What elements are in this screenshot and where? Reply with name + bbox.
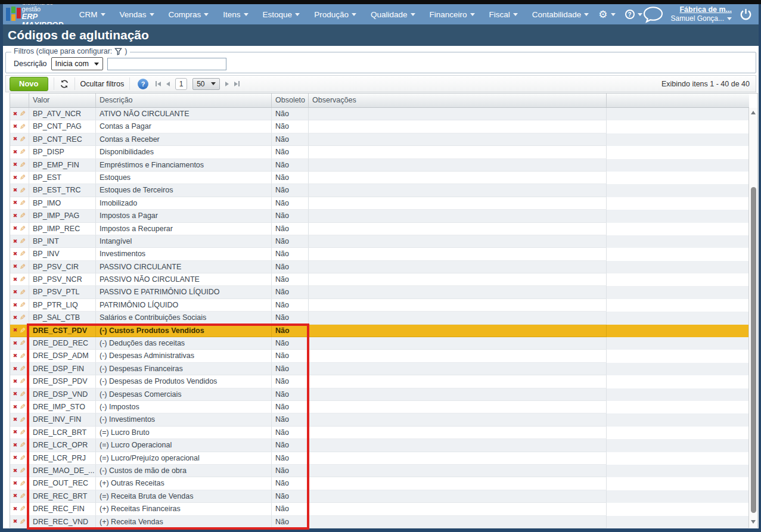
edit-row-icon[interactable]: ✎ bbox=[20, 225, 26, 232]
nav-item-contabilidade[interactable]: Contabilidade bbox=[532, 10, 589, 19]
table-row[interactable]: ✖✎DRE_CST_PDV(-) Custos Produtos Vendido… bbox=[10, 325, 749, 337]
table-row[interactable]: ✖✎DRE_REC_VND(+) Receita VendasNão bbox=[10, 516, 749, 528]
table-row[interactable]: ✖✎BP_PSV_NCRPASSIVO NÃO CIRCULANTENão bbox=[10, 273, 749, 286]
delete-row-icon[interactable]: ✖ bbox=[13, 277, 18, 282]
edit-row-icon[interactable]: ✎ bbox=[20, 340, 26, 347]
edit-row-icon[interactable]: ✎ bbox=[20, 238, 26, 245]
edit-row-icon[interactable]: ✎ bbox=[20, 467, 26, 474]
table-row[interactable]: ✖✎BP_INTIntangívelNão bbox=[10, 235, 749, 248]
delete-row-icon[interactable]: ✖ bbox=[13, 303, 18, 308]
column-header-observacoes[interactable]: Observações bbox=[309, 94, 607, 107]
edit-row-icon[interactable]: ✎ bbox=[20, 212, 26, 219]
column-header-valor[interactable]: Valor bbox=[29, 94, 96, 107]
delete-row-icon[interactable]: ✖ bbox=[13, 264, 18, 269]
delete-row-icon[interactable]: ✖ bbox=[13, 443, 18, 448]
table-row[interactable]: ✖✎DRE_MAO_DE_...(-) Custos de mão de obr… bbox=[10, 465, 749, 477]
edit-row-icon[interactable]: ✎ bbox=[20, 263, 26, 270]
edit-row-icon[interactable]: ✎ bbox=[20, 250, 26, 257]
table-row[interactable]: ✖✎BP_ESTEstoquesNão bbox=[10, 172, 749, 184]
nav-item-qualidade[interactable]: Qualidade bbox=[371, 10, 415, 19]
column-header-obsoleto[interactable]: Obsoleto bbox=[272, 94, 309, 107]
table-row[interactable]: ✖✎DRE_LCR_BRT(=) Lucro BrutoNão bbox=[10, 427, 749, 439]
table-row[interactable]: ✖✎BP_IMOImobilizadoNão bbox=[10, 197, 749, 210]
scrollbar-thumb[interactable] bbox=[751, 187, 756, 513]
edit-row-icon[interactable]: ✎ bbox=[20, 187, 26, 194]
settings-menu[interactable]: ⚙ bbox=[598, 10, 615, 20]
edit-row-icon[interactable]: ✎ bbox=[20, 174, 26, 181]
table-row[interactable]: ✖✎DRE_REC_BRT(=) Receita Bruta de Vendas… bbox=[10, 490, 749, 503]
delete-row-icon[interactable]: ✖ bbox=[13, 468, 18, 474]
edit-row-icon[interactable]: ✎ bbox=[20, 403, 26, 410]
chat-bubble-icon[interactable] bbox=[642, 6, 664, 23]
delete-row-icon[interactable]: ✖ bbox=[13, 366, 18, 372]
delete-row-icon[interactable]: ✖ bbox=[13, 124, 18, 129]
edit-row-icon[interactable]: ✎ bbox=[20, 136, 26, 143]
table-row[interactable]: ✖✎DRE_LCR_OPR(=) Lucro OperacionalNão bbox=[10, 439, 749, 452]
delete-row-icon[interactable]: ✖ bbox=[13, 379, 18, 384]
filter-value-input[interactable] bbox=[107, 58, 226, 70]
edit-row-icon[interactable]: ✎ bbox=[20, 365, 26, 372]
table-row[interactable]: ✖✎BP_EST_TRCEstoques de TerceirosNão bbox=[10, 184, 749, 197]
edit-row-icon[interactable]: ✎ bbox=[20, 493, 26, 500]
table-row[interactable]: ✖✎DRE_DSP_FIN(-) Despesas FinanceirasNão bbox=[10, 363, 749, 375]
edit-row-icon[interactable]: ✎ bbox=[20, 455, 26, 462]
edit-row-icon[interactable]: ✎ bbox=[20, 314, 26, 321]
delete-row-icon[interactable]: ✖ bbox=[13, 251, 18, 257]
delete-row-icon[interactable]: ✖ bbox=[13, 111, 18, 117]
table-row[interactable]: ✖✎DRE_OUT_REC(+) Outras ReceitasNão bbox=[10, 477, 749, 490]
edit-row-icon[interactable]: ✎ bbox=[20, 429, 26, 436]
help-icon[interactable]: ? bbox=[625, 10, 635, 19]
edit-row-icon[interactable]: ✎ bbox=[20, 391, 26, 398]
delete-row-icon[interactable]: ✖ bbox=[13, 328, 18, 333]
delete-row-icon[interactable]: ✖ bbox=[13, 162, 18, 167]
column-header-descricao[interactable]: Descrição bbox=[96, 94, 272, 107]
edit-row-icon[interactable]: ✎ bbox=[20, 110, 26, 117]
delete-row-icon[interactable]: ✖ bbox=[13, 506, 18, 512]
table-row[interactable]: ✖✎BP_IMP_RECImpostos a RecuperarNão bbox=[10, 223, 749, 235]
nav-item-producao[interactable]: Produção bbox=[314, 10, 356, 19]
page-number-input[interactable]: 1 bbox=[175, 78, 187, 90]
edit-row-icon[interactable]: ✎ bbox=[20, 123, 26, 130]
edit-row-icon[interactable]: ✎ bbox=[20, 505, 26, 512]
nav-item-financeiro[interactable]: Financeiro bbox=[430, 10, 475, 19]
help-menu[interactable]: ? bbox=[625, 10, 642, 19]
new-button[interactable]: Novo bbox=[10, 77, 48, 91]
table-row[interactable]: ✖✎DRE_DSP_VND(-) Despesas ComerciaisNão bbox=[10, 388, 749, 401]
delete-row-icon[interactable]: ✖ bbox=[13, 290, 18, 295]
table-row[interactable]: ✖✎BP_DISPDisponibilidadesNão bbox=[10, 146, 749, 158]
edit-row-icon[interactable]: ✎ bbox=[20, 353, 26, 360]
nav-item-vendas[interactable]: Vendas bbox=[120, 10, 154, 19]
delete-row-icon[interactable]: ✖ bbox=[13, 455, 18, 461]
refresh-button[interactable] bbox=[60, 79, 69, 89]
filter-funnel-icon[interactable] bbox=[114, 48, 122, 55]
delete-row-icon[interactable]: ✖ bbox=[13, 481, 18, 486]
delete-row-icon[interactable]: ✖ bbox=[13, 188, 18, 193]
company-link[interactable]: Fábrica de m... bbox=[671, 5, 732, 15]
filters-legend[interactable]: Filtros (clique para configurar: ) bbox=[11, 47, 130, 55]
delete-row-icon[interactable]: ✖ bbox=[13, 213, 18, 219]
vertical-scrollbar[interactable] bbox=[748, 108, 757, 528]
delete-row-icon[interactable]: ✖ bbox=[13, 341, 18, 346]
edit-row-icon[interactable]: ✎ bbox=[20, 480, 26, 487]
edit-row-icon[interactable]: ✎ bbox=[20, 327, 26, 334]
scroll-down-arrow-icon[interactable] bbox=[751, 520, 756, 524]
edit-row-icon[interactable]: ✎ bbox=[20, 518, 26, 525]
table-row[interactable]: ✖✎DRE_REC_FIN(+) Receitas FinanceirasNão bbox=[10, 503, 749, 515]
previous-page-button[interactable] bbox=[166, 82, 170, 86]
delete-row-icon[interactable]: ✖ bbox=[13, 150, 18, 155]
user-menu[interactable]: Samuel Gonça... bbox=[671, 14, 732, 23]
edit-row-icon[interactable]: ✎ bbox=[20, 416, 26, 424]
filter-operator-select[interactable]: Inicia com bbox=[51, 57, 103, 70]
table-row[interactable]: ✖✎DRE_IMP_STO(-) ImpostosNão bbox=[10, 401, 749, 413]
delete-row-icon[interactable]: ✖ bbox=[13, 200, 18, 206]
help-icon[interactable]: ? bbox=[138, 79, 148, 89]
table-row[interactable]: ✖✎BP_IMP_PAGImpostos a PagarNão bbox=[10, 210, 749, 222]
table-row[interactable]: ✖✎DRE_DSP_ADM(-) Despesas Administrativa… bbox=[10, 350, 749, 362]
table-row[interactable]: ✖✎DRE_DED_REC(-) Deduções das receitasNã… bbox=[10, 337, 749, 350]
delete-row-icon[interactable]: ✖ bbox=[13, 493, 18, 499]
table-row[interactable]: ✖✎BP_EMP_FINEmpréstimos e Financiamentos… bbox=[10, 159, 749, 172]
nav-item-estoque[interactable]: Estoque bbox=[263, 10, 300, 19]
edit-row-icon[interactable]: ✎ bbox=[20, 161, 26, 169]
edit-row-icon[interactable]: ✎ bbox=[20, 289, 26, 296]
nav-item-compras[interactable]: Compras bbox=[169, 10, 209, 19]
